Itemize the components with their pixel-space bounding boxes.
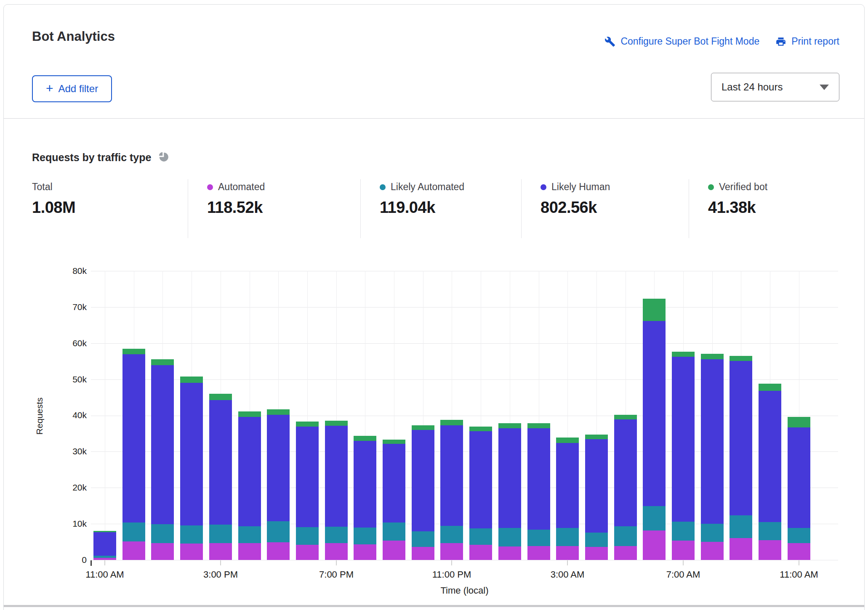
bar-segment-verified-bot[interactable] <box>643 299 666 321</box>
bar-segment-automated[interactable] <box>701 542 724 560</box>
bar-segment-verified-bot[interactable] <box>585 435 608 439</box>
bar-segment-automated[interactable] <box>585 547 608 560</box>
bar-segment-automated[interactable] <box>354 544 376 560</box>
bar-segment-likely-human[interactable] <box>93 532 116 556</box>
bar-segment-likely-automated[interactable] <box>93 556 116 558</box>
bar-segment-automated[interactable] <box>296 545 319 560</box>
bar-segment-likely-human[interactable] <box>672 357 695 522</box>
bar-segment-likely-human[interactable] <box>440 425 463 526</box>
bar-segment-likely-automated[interactable] <box>122 522 145 542</box>
bar-segment-likely-automated[interactable] <box>614 526 637 546</box>
bar-segment-likely-human[interactable] <box>643 321 666 506</box>
bar-segment-automated[interactable] <box>412 547 434 560</box>
bar-segment-likely-automated[interactable] <box>412 531 434 547</box>
bar-segment-automated[interactable] <box>383 541 405 560</box>
bar-segment-verified-bot[interactable] <box>730 356 752 361</box>
bar-segment-automated[interactable] <box>730 538 752 560</box>
bar-segment-automated[interactable] <box>614 546 637 560</box>
bar-segment-verified-bot[interactable] <box>122 349 145 354</box>
bar-segment-verified-bot[interactable] <box>498 423 521 428</box>
bar-segment-automated[interactable] <box>527 546 550 560</box>
bar-segment-likely-human[interactable] <box>788 427 810 528</box>
bar-segment-automated[interactable] <box>93 558 116 560</box>
bar-segment-automated[interactable] <box>180 544 203 560</box>
bar-segment-verified-bot[interactable] <box>701 354 724 359</box>
bar-segment-likely-automated[interactable] <box>296 527 319 545</box>
bar-segment-verified-bot[interactable] <box>672 352 695 357</box>
bar-segment-likely-automated[interactable] <box>325 527 348 544</box>
bar-segment-likely-human[interactable] <box>730 361 752 515</box>
bar-segment-verified-bot[interactable] <box>440 420 463 425</box>
bar-segment-verified-bot[interactable] <box>469 427 492 431</box>
bar-segment-likely-automated[interactable] <box>730 515 752 538</box>
bar-segment-verified-bot[interactable] <box>238 411 261 417</box>
bar-segment-likely-human[interactable] <box>296 427 319 527</box>
bar-segment-likely-automated[interactable] <box>267 521 290 542</box>
bar-segment-verified-bot[interactable] <box>383 440 405 444</box>
bar-segment-likely-human[interactable] <box>354 441 376 527</box>
bar-segment-automated[interactable] <box>759 540 781 560</box>
bar-segment-likely-automated[interactable] <box>788 528 810 543</box>
bar-segment-likely-human[interactable] <box>238 417 261 526</box>
bar-segment-likely-automated[interactable] <box>354 528 376 544</box>
bar-segment-automated[interactable] <box>151 543 174 560</box>
bar-segment-automated[interactable] <box>238 543 261 560</box>
bar-segment-likely-automated[interactable] <box>440 526 463 543</box>
bar-segment-likely-human[interactable] <box>701 359 724 524</box>
bar-segment-automated[interactable] <box>209 543 232 560</box>
bar-segment-likely-human[interactable] <box>556 443 579 528</box>
bar-segment-automated[interactable] <box>267 542 290 560</box>
bar-segment-likely-human[interactable] <box>180 383 203 525</box>
bar-segment-likely-human[interactable] <box>469 431 492 528</box>
bar-segment-verified-bot[interactable] <box>209 394 232 400</box>
bar-segment-verified-bot[interactable] <box>614 415 637 419</box>
bar-segment-likely-automated[interactable] <box>556 528 579 546</box>
bar-segment-likely-automated[interactable] <box>469 528 492 545</box>
bar-segment-verified-bot[interactable] <box>93 531 116 532</box>
bar-segment-likely-human[interactable] <box>267 415 290 521</box>
bar-segment-likely-automated[interactable] <box>672 522 695 541</box>
bar-segment-likely-human[interactable] <box>209 400 232 524</box>
bar-segment-verified-bot[interactable] <box>180 377 203 383</box>
bar-segment-automated[interactable] <box>325 543 348 560</box>
bar-segment-likely-automated[interactable] <box>209 525 232 543</box>
bar-segment-likely-human[interactable] <box>527 428 550 530</box>
bar-segment-likely-human[interactable] <box>151 365 174 524</box>
bar-segment-likely-automated[interactable] <box>151 524 174 544</box>
bar-segment-verified-bot[interactable] <box>151 359 174 366</box>
bar-segment-likely-human[interactable] <box>383 444 405 522</box>
bar-segment-automated[interactable] <box>672 541 695 560</box>
bar-segment-verified-bot[interactable] <box>325 421 348 426</box>
bar-segment-likely-automated[interactable] <box>383 522 405 541</box>
bar-segment-verified-bot[interactable] <box>788 417 810 427</box>
bar-segment-likely-automated[interactable] <box>701 524 724 542</box>
bar-segment-likely-automated[interactable] <box>498 528 521 547</box>
bar-segment-likely-human[interactable] <box>498 428 521 528</box>
bar-segment-verified-bot[interactable] <box>412 425 434 430</box>
bar-segment-likely-human[interactable] <box>122 354 145 522</box>
bar-segment-verified-bot[interactable] <box>527 423 550 428</box>
bar-segment-verified-bot[interactable] <box>296 422 319 427</box>
bar-segment-verified-bot[interactable] <box>267 409 290 415</box>
bar-segment-likely-human[interactable] <box>759 391 781 522</box>
bar-segment-likely-automated[interactable] <box>180 525 203 544</box>
bar-segment-automated[interactable] <box>498 546 521 560</box>
bar-segment-likely-automated[interactable] <box>238 526 261 543</box>
bar-segment-automated[interactable] <box>788 543 810 560</box>
bar-segment-automated[interactable] <box>643 530 666 560</box>
bar-segment-likely-automated[interactable] <box>759 522 781 540</box>
bar-segment-likely-automated[interactable] <box>527 530 550 546</box>
bar-segment-likely-human[interactable] <box>412 430 434 531</box>
bar-segment-likely-human[interactable] <box>585 439 608 533</box>
bar-segment-likely-automated[interactable] <box>643 506 666 530</box>
bar-segment-verified-bot[interactable] <box>556 438 579 443</box>
bar-segment-automated[interactable] <box>122 541 145 560</box>
bar-segment-verified-bot[interactable] <box>354 436 376 441</box>
bar-segment-automated[interactable] <box>469 545 492 560</box>
bar-segment-likely-human[interactable] <box>325 426 348 527</box>
bar-segment-likely-automated[interactable] <box>585 533 608 547</box>
bar-segment-likely-human[interactable] <box>614 419 637 526</box>
bar-segment-automated[interactable] <box>440 543 463 560</box>
bar-segment-verified-bot[interactable] <box>759 384 781 391</box>
bar-segment-automated[interactable] <box>556 546 579 560</box>
